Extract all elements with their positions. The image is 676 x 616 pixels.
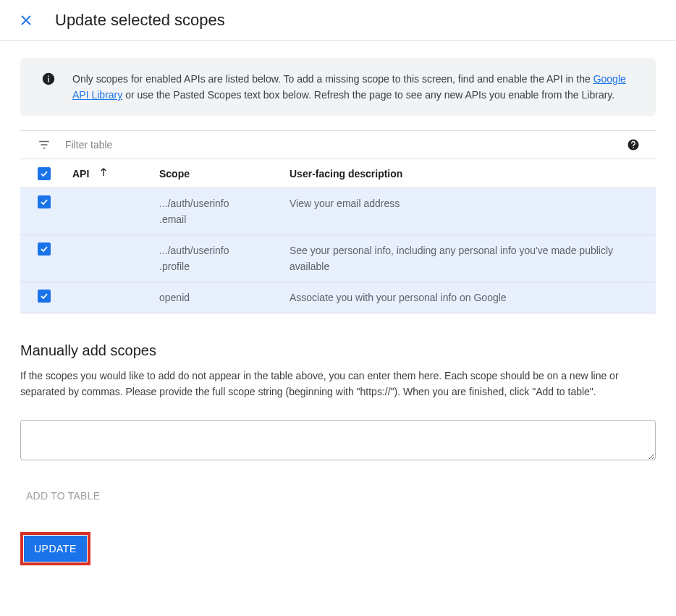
info-text-post: or use the Pasted Scopes text box below.… bbox=[125, 89, 614, 101]
row-checkbox[interactable] bbox=[38, 195, 51, 208]
cell-description: Associate you with your personal info on… bbox=[281, 282, 656, 313]
footer-bar: UPDATE bbox=[20, 532, 656, 565]
filter-bar: Filter table bbox=[20, 131, 656, 159]
svg-rect-1 bbox=[48, 78, 49, 83]
cell-description: View your email address bbox=[281, 188, 656, 235]
scopes-table-wrap: Filter table API bbox=[20, 130, 656, 313]
info-icon bbox=[42, 72, 55, 85]
table-row: openid Associate you with your personal … bbox=[20, 282, 656, 313]
svg-rect-2 bbox=[48, 76, 49, 77]
update-button[interactable]: UPDATE bbox=[24, 536, 87, 562]
cell-description: See your personal info, including any pe… bbox=[281, 235, 656, 282]
cell-api bbox=[64, 188, 151, 235]
svg-point-4 bbox=[633, 147, 634, 148]
info-text: Only scopes for enabled APIs are listed … bbox=[72, 71, 635, 103]
close-button[interactable] bbox=[17, 12, 35, 29]
page-title: Update selected scopes bbox=[55, 11, 225, 30]
select-all-checkbox[interactable] bbox=[38, 167, 51, 180]
help-icon[interactable] bbox=[627, 138, 640, 151]
th-api[interactable]: API bbox=[72, 168, 89, 180]
th-description[interactable]: User-facing description bbox=[281, 159, 656, 188]
cell-api bbox=[64, 282, 151, 313]
add-to-table-button[interactable]: ADD TO TABLE bbox=[20, 483, 106, 509]
row-checkbox[interactable] bbox=[38, 242, 51, 256]
update-button-highlight: UPDATE bbox=[20, 532, 90, 565]
manual-section-title: Manually add scopes bbox=[20, 342, 656, 359]
table-row: .../auth/userinfo .email View your email… bbox=[20, 188, 656, 235]
scopes-table: API Scope User-facing description bbox=[20, 159, 656, 313]
row-checkbox[interactable] bbox=[38, 290, 51, 303]
sort-asc-icon[interactable] bbox=[98, 166, 109, 180]
filter-icon[interactable] bbox=[38, 138, 51, 151]
dialog-body: Only scopes for enabled APIs are listed … bbox=[0, 41, 676, 586]
manual-scopes-textarea[interactable] bbox=[20, 420, 656, 460]
cell-scope: openid bbox=[151, 282, 281, 313]
cell-scope: .../auth/userinfo .email bbox=[151, 188, 281, 235]
info-banner: Only scopes for enabled APIs are listed … bbox=[20, 58, 656, 116]
dialog-header: Update selected scopes bbox=[0, 0, 676, 41]
close-icon bbox=[20, 14, 33, 27]
th-scope[interactable]: Scope bbox=[151, 159, 281, 188]
filter-input[interactable]: Filter table bbox=[65, 139, 627, 151]
cell-api bbox=[64, 235, 151, 282]
table-row: .../auth/userinfo .profile See your pers… bbox=[20, 235, 656, 282]
manual-section-description: If the scopes you would like to add do n… bbox=[20, 368, 656, 400]
cell-scope: .../auth/userinfo .profile bbox=[151, 235, 281, 282]
info-text-pre: Only scopes for enabled APIs are listed … bbox=[72, 73, 593, 85]
